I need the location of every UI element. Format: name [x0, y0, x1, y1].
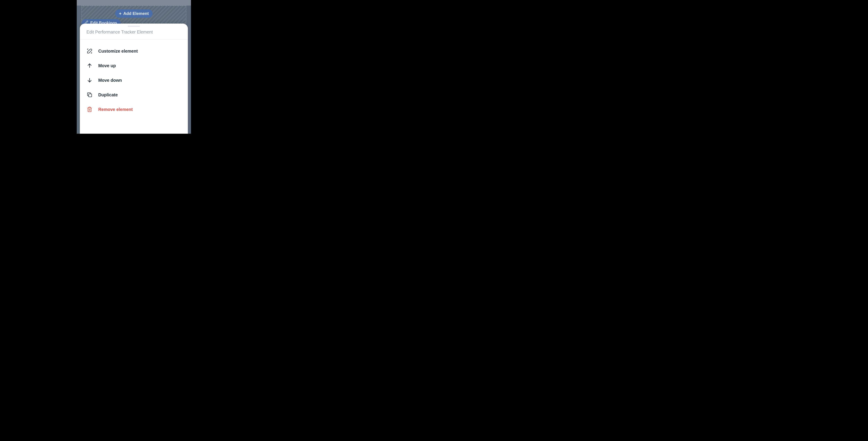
add-element-label: Add Element — [123, 11, 149, 16]
arrow-up-icon — [87, 63, 93, 69]
menu-item-duplicate[interactable]: Duplicate — [80, 88, 188, 102]
menu-item-label: Move down — [98, 78, 122, 83]
menu-list: Customize element Move up — [80, 40, 188, 117]
action-sheet: Edit Performance Tracker Element Customi… — [80, 24, 188, 134]
menu-item-label: Move up — [98, 63, 116, 68]
menu-item-label: Remove element — [98, 107, 133, 112]
menu-item-label: Duplicate — [98, 92, 118, 97]
sheet-title: Edit Performance Tracker Element — [80, 27, 188, 39]
menu-item-move-down[interactable]: Move down — [80, 73, 188, 88]
menu-item-customize[interactable]: Customize element — [80, 44, 188, 58]
add-element-button[interactable]: + Add Element — [115, 9, 153, 18]
menu-item-remove[interactable]: Remove element — [80, 102, 188, 117]
trash-icon — [87, 106, 93, 113]
svg-rect-2 — [89, 94, 92, 97]
plus-icon: + — [119, 11, 122, 16]
arrow-down-icon — [87, 77, 93, 83]
brush-icon — [87, 48, 93, 54]
top-overlay-strip — [77, 0, 191, 5]
app-frame: + Add Element Edit Bookings Edit Perform… — [77, 0, 191, 134]
menu-item-label: Customize element — [98, 49, 138, 54]
copy-icon — [87, 92, 93, 98]
menu-item-move-up[interactable]: Move up — [80, 58, 188, 73]
